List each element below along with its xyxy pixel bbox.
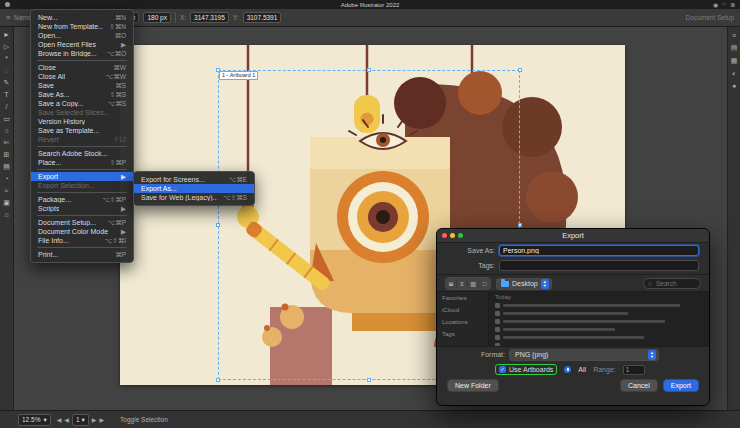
menu-item[interactable]: Close All ⌥⌘W: [31, 72, 133, 81]
menu-item[interactable]: Search Adobe Stock...: [31, 149, 133, 158]
menu-item[interactable]: [37, 146, 127, 147]
menu-item[interactable]: Save ⌘S: [31, 81, 133, 90]
fullscreen-icon[interactable]: [458, 233, 463, 238]
menu-item[interactable]: Place... ⇧⌘P: [31, 158, 133, 167]
height-field[interactable]: 180 px: [143, 12, 171, 23]
file-row[interactable]: [495, 318, 703, 325]
dialog-titlebar[interactable]: Export: [437, 229, 709, 243]
filename-input[interactable]: [499, 245, 699, 256]
menu-item[interactable]: Print... ⌘P: [31, 250, 133, 259]
menu-item[interactable]: [37, 60, 127, 61]
tags-input[interactable]: [499, 260, 699, 271]
prev-artboard-icon[interactable]: ◀: [64, 416, 69, 423]
menu-item[interactable]: Close ⌘W: [31, 63, 133, 72]
all-radio[interactable]: [564, 366, 571, 373]
panel-icon[interactable]: ≡: [732, 32, 736, 39]
location-popup[interactable]: Desktop ▲▼: [496, 278, 552, 290]
sidebar-section-label[interactable]: Locations: [442, 319, 483, 325]
menu-item[interactable]: Export Selection...: [31, 181, 133, 190]
panel-icon[interactable]: ▤: [731, 44, 738, 52]
search-field[interactable]: ○: [643, 278, 701, 289]
first-artboard-icon[interactable]: ◀: [57, 416, 62, 423]
tool-icon[interactable]: ≈: [1, 185, 13, 196]
file-row[interactable]: [495, 342, 703, 346]
tool-icon[interactable]: ⌂: [1, 209, 13, 220]
tool-icon[interactable]: ►: [1, 29, 13, 40]
y-field[interactable]: 3107.5391: [243, 12, 282, 23]
selection-handle[interactable]: [216, 378, 220, 382]
tool-icon[interactable]: ✎: [1, 77, 13, 88]
menu-item[interactable]: [37, 169, 127, 170]
view-mode-icon[interactable]: ≡: [457, 278, 468, 289]
tool-icon[interactable]: ▭: [1, 113, 13, 124]
tool-icon[interactable]: ▣: [1, 197, 13, 208]
tool-icon[interactable]: ◌: [1, 65, 13, 76]
view-mode-icon[interactable]: ⊞: [446, 278, 457, 289]
menu-item[interactable]: Export for Screens... ⌥⌘E: [134, 175, 254, 184]
tool-icon[interactable]: ○: [1, 125, 13, 136]
file-row[interactable]: [495, 310, 703, 317]
menu-item[interactable]: Export As...: [134, 184, 254, 193]
tool-icon[interactable]: ▷: [1, 41, 13, 52]
menu-item[interactable]: Scripts ▶: [31, 204, 133, 213]
tool-icon[interactable]: /: [1, 101, 13, 112]
menubar-icon[interactable]: ◉: [713, 1, 718, 8]
range-input[interactable]: [623, 365, 645, 375]
search-input[interactable]: [654, 279, 696, 288]
format-popup[interactable]: PNG (png) ▲▼: [509, 349, 659, 361]
close-icon[interactable]: [442, 233, 447, 238]
sidebar-section-label[interactable]: iCloud: [442, 307, 483, 313]
menu-item[interactable]: New from Template... ⇧⌘N: [31, 22, 133, 31]
artboard-name-tag[interactable]: 1 - Artboard 1: [219, 71, 258, 80]
menu-item[interactable]: File Info... ⌥⇧⌘I: [31, 236, 133, 245]
panel-icon[interactable]: ◐: [732, 70, 736, 77]
selection-handle[interactable]: [518, 223, 522, 227]
menu-item[interactable]: Save a Copy... ⌥⌘S: [31, 99, 133, 108]
menu-item[interactable]: New... ⌘N: [31, 13, 133, 22]
zoom-control[interactable]: 12.5% ▾: [18, 414, 51, 426]
tool-icon[interactable]: ▤: [1, 161, 13, 172]
selection-handle[interactable]: [518, 68, 522, 72]
menu-item[interactable]: [37, 247, 127, 248]
menu-item[interactable]: Document Setup... ⌥⌘P: [31, 218, 133, 227]
menu-item[interactable]: Revert F12: [31, 135, 133, 144]
menu-item[interactable]: Save for Web (Legacy)... ⌥⇧⌘S: [134, 193, 254, 202]
menu-item[interactable]: Save Selected Slices...: [31, 108, 133, 117]
panel-menu-icon[interactable]: ≡: [6, 14, 10, 21]
menu-item[interactable]: Save As... ⇧⌘S: [31, 90, 133, 99]
menu-item[interactable]: Export ▶: [31, 172, 133, 181]
menu-item[interactable]: Browse in Bridge... ⌥⌘O: [31, 49, 133, 58]
last-artboard-icon[interactable]: ▶: [99, 416, 104, 423]
panel-icon[interactable]: ●: [732, 82, 736, 89]
minimize-icon[interactable]: [450, 233, 455, 238]
tool-icon[interactable]: ⊞: [1, 149, 13, 160]
menu-item[interactable]: Save as Template...: [31, 126, 133, 135]
document-setup-button[interactable]: Document Setup: [686, 14, 734, 21]
menubar-icon[interactable]: ≣: [730, 1, 735, 8]
new-folder-button[interactable]: New Folder: [447, 379, 499, 392]
menu-item[interactable]: Open... ⌘O: [31, 31, 133, 40]
tool-icon[interactable]: *: [1, 53, 13, 64]
sidebar-section-label[interactable]: Tags: [442, 331, 483, 337]
menu-item[interactable]: [37, 215, 127, 216]
file-row[interactable]: [495, 302, 703, 309]
selection-handle[interactable]: [367, 68, 371, 72]
tool-icon[interactable]: ✄: [1, 137, 13, 148]
menu-item[interactable]: Version History: [31, 117, 133, 126]
x-field[interactable]: 3147.3195: [190, 12, 229, 23]
tool-icon[interactable]: ◔: [1, 173, 13, 184]
selection-handle[interactable]: [367, 378, 371, 382]
artboard-number-field[interactable]: 1 ▾: [72, 414, 89, 426]
file-row[interactable]: [495, 334, 703, 341]
export-button[interactable]: Export: [663, 379, 699, 392]
menu-item[interactable]: Package... ⌥⇧⌘P: [31, 195, 133, 204]
tool-icon[interactable]: T: [1, 89, 13, 100]
use-artboards-checkbox[interactable]: ✓: [499, 366, 506, 373]
view-mode-icon[interactable]: □: [479, 278, 490, 289]
menu-item[interactable]: Document Color Mode ▶: [31, 227, 133, 236]
selection-handle[interactable]: [216, 223, 220, 227]
menubar-icon[interactable]: ○: [722, 1, 726, 8]
panel-icon[interactable]: ▦: [731, 57, 738, 65]
next-artboard-icon[interactable]: ▶: [92, 416, 97, 423]
cancel-button[interactable]: Cancel: [620, 379, 658, 392]
